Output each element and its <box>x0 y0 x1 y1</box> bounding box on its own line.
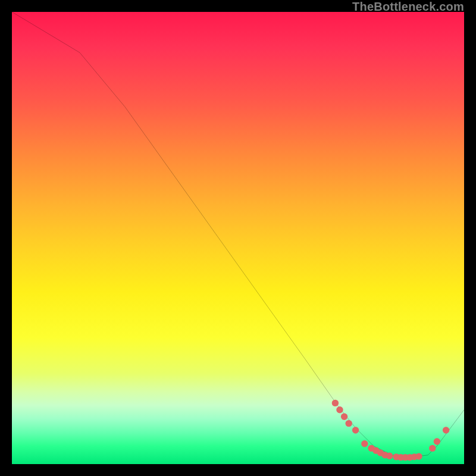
chart-marker <box>336 406 343 413</box>
chart-line <box>12 12 464 458</box>
chart-marker <box>341 414 347 420</box>
chart-marker <box>332 400 339 406</box>
chart-markers <box>332 400 450 461</box>
chart-marker <box>361 440 368 447</box>
chart-marker <box>346 420 352 427</box>
chart-plot-area <box>12 12 464 464</box>
chart-marker <box>386 453 393 459</box>
watermark-text: TheBottleneck.com <box>352 0 464 14</box>
chart-svg <box>12 12 464 464</box>
chart-marker <box>429 445 436 452</box>
chart-marker <box>415 453 422 459</box>
chart-marker <box>352 427 359 433</box>
chart-marker <box>434 438 440 444</box>
chart-marker <box>443 427 449 433</box>
